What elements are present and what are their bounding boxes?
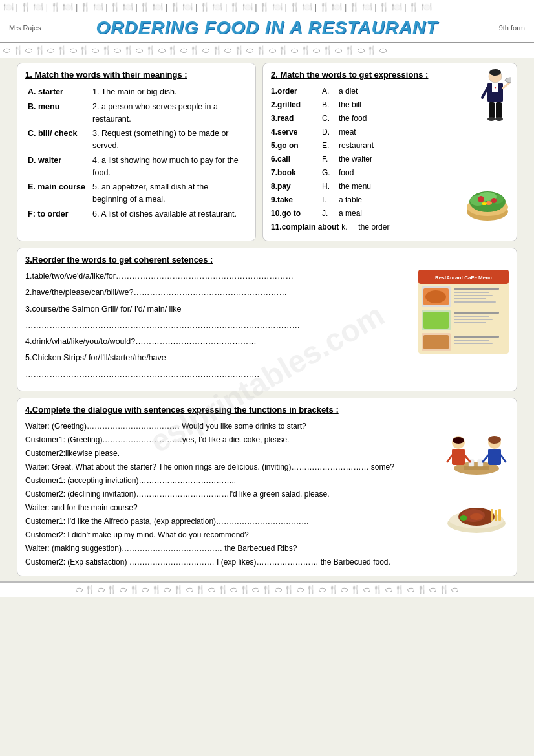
- dialogue-line: Customer1: (accepting invitation)……………………: [25, 474, 438, 488]
- list-item: 6.call F. the waiter: [271, 153, 458, 166]
- dialogue-line: Waiter: Great. What about the starter? T…: [25, 460, 438, 474]
- svg-rect-34: [454, 295, 493, 296]
- exercise-3-title: 3.Reorder the words to get coherent sete…: [25, 255, 509, 265]
- svg-line-55: [465, 455, 470, 462]
- dialogue-line: Customer1: (Greeting)………………………….yes, I'd…: [25, 433, 438, 447]
- match-letter: D. waiter: [25, 153, 90, 180]
- svg-rect-8: [489, 102, 495, 118]
- expr-letter: G.: [322, 166, 336, 180]
- exercise-1-table: A. starter 1. The main or big dish. B. m…: [25, 85, 248, 222]
- match-definition: 2. a person who serves people in a resta…: [90, 100, 248, 127]
- dialogue-line: Customer2: I didn't make up my mind. Wha…: [25, 528, 438, 542]
- expr-phrase: the menu: [339, 180, 371, 193]
- exercise-3-content: 1.table/two/we'd/a/like/for……………………………………: [25, 270, 509, 384]
- svg-point-10: [487, 117, 495, 121]
- expr-num: 11.complain about: [271, 221, 339, 234]
- expr-letter: B.: [322, 98, 336, 112]
- expr-letter: J.: [322, 207, 336, 221]
- svg-rect-31: [423, 335, 449, 349]
- expr-phrase: the order: [358, 221, 389, 234]
- svg-text:RestAurant CaFe Menu: RestAurant CaFe Menu: [435, 275, 492, 281]
- expr-letter: E.: [322, 139, 336, 153]
- list-item: 8.pay H. the menu: [271, 180, 458, 193]
- page-header: Mrs Rajes ORDERING FOOD IN A RESTAURANT …: [0, 14, 534, 43]
- dialogue-line: Waiter: (Greeting)……………………………… Would you…: [25, 420, 438, 433]
- svg-rect-37: [454, 312, 499, 314]
- sentence-item: …………………………………………………………………………………………: [25, 319, 412, 332]
- list-item: 10.go to J. a meal: [271, 207, 458, 221]
- list-item: 9.take I. a table: [271, 193, 458, 207]
- svg-rect-40: [454, 322, 486, 323]
- svg-rect-30: [423, 312, 449, 329]
- expr-num: 9.take: [271, 193, 319, 207]
- diners-image: [444, 420, 509, 569]
- svg-rect-63: [495, 510, 497, 521]
- list-item: 5.go on E. restaurant: [271, 139, 458, 153]
- exercise-4-content: Waiter: (Greeting)……………………………… Would you…: [25, 420, 509, 569]
- page-title: ORDERING FOOD IN A RESTAURANT: [54, 17, 480, 38]
- match-definition: 6. A list of dishes available at restaur…: [90, 207, 248, 222]
- sentence-item: 4.drink/what/like/you/to/would?…………………………: [25, 335, 412, 349]
- list-item: 11.complain about k. the order: [271, 221, 458, 234]
- exercise-4-dialogue: Waiter: (Greeting)……………………………… Would you…: [25, 420, 438, 569]
- match-definition: 4. a list showing how much to pay for th…: [90, 153, 248, 180]
- exercise-2-title: 2. Match the words to get expressions :: [271, 70, 458, 80]
- exercise-2-box: 2. Match the words to get expressions :: [262, 63, 517, 241]
- svg-point-66: [470, 513, 483, 520]
- expr-phrase: meat: [339, 125, 356, 139]
- sentence-item: ……………………………………………………………………………: [25, 368, 412, 382]
- svg-point-19: [491, 198, 497, 203]
- exercise-1-box: 1. Match the words with their meanings :…: [17, 63, 256, 241]
- dialogue-line: Customer2:likewise please.: [25, 447, 438, 460]
- svg-rect-45: [464, 466, 489, 470]
- exercise-3-sentences: 1.table/two/we'd/a/like/for……………………………………: [25, 270, 412, 384]
- top-decoration-row: 🍽️ | 🍴 🍽️ | 🍴 🍽️ | 🍴 🍽️ | 🍴 🍽️ | 🍴 🍽️ | …: [0, 0, 534, 14]
- expr-letter: C.: [322, 112, 336, 125]
- dialogue-line: Customer2: (declining invitation)……………………: [25, 488, 438, 501]
- waiter-image: [476, 69, 511, 127]
- svg-point-20: [486, 201, 492, 205]
- svg-rect-9: [496, 102, 502, 118]
- svg-point-1: [489, 69, 501, 76]
- svg-rect-53: [488, 449, 501, 465]
- expr-phrase: a diet: [339, 85, 358, 98]
- second-decoration-row: ⬭ 🍴 ⬭ 🍴 ⬭ 🍴 ⬭ 🍴 ⬭ 🍴 ⬭ 🍴 ⬭ 🍴 ⬭ 🍴 ⬭ 🍴 ⬭ 🍴 …: [0, 43, 534, 58]
- match-definition: 1. The main or big dish.: [90, 85, 248, 100]
- list-item: 3.read C. the food: [271, 112, 458, 125]
- table-row: D. waiter 4. a list showing how much to …: [25, 153, 248, 180]
- expr-letter: F.: [322, 153, 336, 166]
- svg-point-18: [478, 196, 484, 202]
- svg-rect-48: [452, 449, 465, 465]
- sentence-item: 2.have/the/please/can/bill/we?……………………………: [25, 286, 412, 299]
- table-row: F: to order 6. A list of dishes availabl…: [25, 207, 248, 222]
- svg-point-11: [495, 117, 503, 121]
- match-letter: C. bill/ check: [25, 126, 90, 153]
- match-letter: A. starter: [25, 85, 90, 100]
- svg-rect-35: [454, 298, 486, 299]
- main-content: 1. Match the words with their meanings :…: [17, 63, 517, 576]
- expr-num: 1.order: [271, 85, 319, 98]
- svg-rect-42: [454, 340, 489, 341]
- svg-point-29: [425, 290, 446, 303]
- exercise-3-box: 3.Reorder the words to get coherent sete…: [17, 248, 517, 391]
- svg-rect-39: [454, 319, 493, 320]
- deco-icon: 🍽️ | 🍴 🍽️ | 🍴 🍽️ | 🍴 🍽️ | 🍴 🍽️ | 🍴 🍽️ | …: [3, 2, 432, 12]
- svg-rect-50: [478, 460, 483, 466]
- header-left: Mrs Rajes: [9, 24, 54, 32]
- menu-image: RestAurant CaFe Menu: [418, 270, 509, 354]
- exercise-4-title: 4.Complete the dialogue with sentences e…: [25, 405, 509, 415]
- sentence-item: 1.table/two/we'd/a/like/for……………………………………: [25, 270, 412, 283]
- list-item: 7.book G. food: [271, 166, 458, 180]
- svg-point-47: [453, 437, 464, 444]
- match-letter: B. menu: [25, 100, 90, 127]
- expr-letter: I.: [322, 193, 336, 207]
- bottom-deco-icon: ⬭ 🍴 ⬭ 🍴 ⬭ 🍴 ⬭ 🍴 ⬭ 🍴 ⬭ 🍴 ⬭ 🍴 ⬭ 🍴 ⬭ 🍴 ⬭ 🍴 …: [76, 585, 459, 595]
- expr-phrase: a table: [339, 193, 362, 207]
- dialogue-line: Waiter: (making suggestion)……………………………………: [25, 542, 438, 556]
- expr-num: 5.go on: [271, 139, 319, 153]
- expr-letter: k.: [341, 221, 356, 234]
- svg-point-21: [482, 202, 487, 205]
- match-definition: 5. an appetizer, small dish at the begin…: [90, 180, 248, 207]
- list-item: 1.order A. a diet: [271, 85, 458, 98]
- bottom-decoration-row: ⬭ 🍴 ⬭ 🍴 ⬭ 🍴 ⬭ 🍴 ⬭ 🍴 ⬭ 🍴 ⬭ 🍴 ⬭ 🍴 ⬭ 🍴 ⬭ 🍴 …: [0, 581, 534, 597]
